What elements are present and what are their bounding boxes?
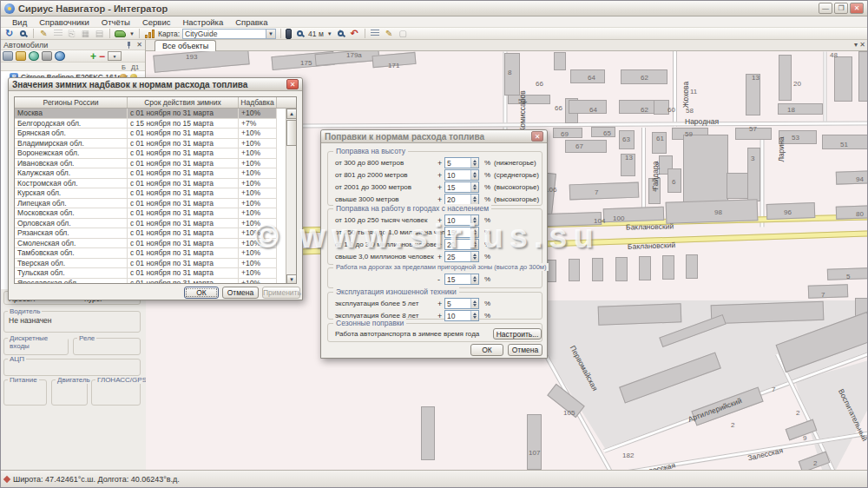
spinner-up-icon[interactable]: [473, 300, 477, 303]
chart-icon[interactable]: [144, 29, 155, 39]
winter-table-scrollbar[interactable]: ▲ ▼: [286, 109, 296, 284]
value-spinner[interactable]: 15: [444, 181, 479, 193]
corrections-ok-button[interactable]: ОК: [470, 344, 503, 356]
spinner-down-icon[interactable]: [473, 188, 477, 190]
spinner-arrows[interactable]: [470, 215, 478, 225]
spinner-value[interactable]: 10: [447, 216, 455, 225]
scroll-down-icon[interactable]: ▼: [286, 274, 297, 284]
spinner-arrows[interactable]: [470, 158, 478, 168]
spinner-arrows[interactable]: [470, 195, 478, 204]
view-dropdown-button[interactable]: ▼: [108, 51, 122, 61]
spinner-arrows[interactable]: [470, 252, 478, 261]
value-spinner[interactable]: 25: [444, 251, 479, 262]
spinner-up-icon[interactable]: [473, 184, 477, 187]
restore-button[interactable]: ❐: [834, 3, 848, 14]
minimize-button[interactable]: —: [819, 3, 832, 14]
device-icon[interactable]: [3, 51, 13, 61]
spinner-value[interactable]: 5: [447, 159, 451, 168]
spinner-up-icon[interactable]: [473, 172, 477, 175]
spinner-up-icon[interactable]: [473, 313, 477, 315]
zoom-scale-dropdown-icon[interactable]: ▼: [327, 31, 332, 36]
menu-item-6[interactable]: Справка: [229, 17, 273, 27]
scroll-up-icon[interactable]: ▲: [286, 109, 297, 119]
value-spinner[interactable]: 15: [444, 274, 479, 285]
spinner-value[interactable]: 20: [447, 195, 455, 204]
spinner-value[interactable]: 15: [447, 228, 455, 237]
spinner-arrows[interactable]: [470, 240, 478, 249]
corrections-cancel-button[interactable]: Отмена: [508, 344, 542, 356]
copy-icon[interactable]: ⎘: [66, 29, 77, 39]
vehicle-icon[interactable]: [115, 29, 126, 39]
menu-item-3[interactable]: Отчёты: [95, 17, 136, 27]
winter-apply-button[interactable]: Применить: [262, 287, 300, 299]
menu-item-2[interactable]: Справочники: [33, 17, 95, 27]
table-row[interactable]: Ярославская обл.с 01 ноября по 31 марта+…: [15, 279, 277, 285]
spinner-up-icon[interactable]: [473, 160, 477, 162]
spinner-down-icon[interactable]: [473, 233, 477, 235]
spinner-arrows[interactable]: [470, 299, 478, 308]
track-toggle-icon[interactable]: [286, 29, 292, 39]
value-spinner[interactable]: 10: [444, 169, 479, 181]
notes-icon[interactable]: ✎: [384, 29, 395, 39]
menu-item-4[interactable]: Сервис: [136, 17, 177, 27]
spinner-value[interactable]: 15: [447, 275, 455, 284]
winter-cancel-button[interactable]: Отмена: [222, 287, 259, 299]
table-row[interactable]: Орловская обл.с 01 ноября по 31 марта+10…: [15, 219, 277, 229]
spinner-down-icon[interactable]: [473, 280, 477, 282]
value-spinner[interactable]: 10: [444, 214, 479, 226]
refresh-icon[interactable]: ↻: [3, 29, 15, 39]
menu-item-5[interactable]: Настройка: [176, 17, 229, 27]
spinner-arrows[interactable]: [470, 182, 478, 192]
col-period[interactable]: Срок действия зимних надбавок: [128, 97, 239, 108]
table-row[interactable]: Белгородская обл.с 15 ноября по 15 марта…: [15, 119, 277, 129]
back-arrow-icon[interactable]: ↶: [349, 29, 360, 39]
table-row[interactable]: Воронежская обл.с 01 ноября по 31 марта+…: [15, 148, 277, 159]
winter-ok-button[interactable]: ОК: [184, 287, 219, 299]
menu-item-1[interactable]: Вид: [6, 17, 33, 27]
table-row[interactable]: Смоленская обл.с 01 ноября по 31 марта+1…: [15, 239, 277, 249]
globe-icon[interactable]: [29, 51, 39, 61]
spinner-value[interactable]: 20: [447, 241, 455, 249]
spinner-value[interactable]: 5: [447, 300, 451, 308]
zoom-tool-icon[interactable]: [294, 29, 306, 39]
table-row[interactable]: Брянская обл.с 01 ноября по 31 марта+10%: [15, 129, 277, 139]
value-spinner[interactable]: 10: [444, 310, 479, 321]
table-row[interactable]: Рязанская обл.с 01 ноября по 31 марта+10…: [15, 228, 277, 239]
vehicle-dropdown-icon[interactable]: ▼: [129, 31, 135, 36]
winter-dialog-close-icon[interactable]: ✕: [286, 79, 299, 89]
report-icon[interactable]: [52, 29, 63, 39]
value-spinner[interactable]: 20: [444, 239, 479, 250]
zoom-in-icon[interactable]: [335, 29, 346, 39]
seasonal-settings-button[interactable]: Настроить...: [493, 328, 542, 340]
van-icon[interactable]: [42, 51, 52, 61]
edit-document-icon[interactable]: ✎: [38, 29, 49, 39]
spinner-value[interactable]: 15: [447, 183, 455, 192]
value-spinner[interactable]: 5: [444, 298, 479, 309]
spinner-down-icon[interactable]: [473, 163, 477, 166]
tab-close-icon[interactable]: ✕: [859, 41, 865, 49]
spinner-down-icon[interactable]: [473, 200, 477, 202]
table-row[interactable]: Тульская обл.с 01 ноября по 31 марта+10%: [15, 268, 277, 279]
table-row[interactable]: Тверская обл.с 01 ноября по 31 марта+10%: [15, 259, 277, 269]
table-row[interactable]: Московская обл.с 01 ноября по 31 марта+1…: [15, 208, 277, 219]
spinner-arrows[interactable]: [470, 274, 478, 284]
pin-icon[interactable]: [125, 42, 132, 49]
spinner-up-icon[interactable]: [473, 241, 477, 244]
table-row[interactable]: Липецкая обл.с 01 ноября по 31 марта+10%: [15, 199, 277, 209]
table-row[interactable]: Калужская обл.с 01 ноября по 31 марта+10…: [15, 168, 277, 179]
table-row[interactable]: Курская обл.с 01 ноября по 31 марта+10%: [15, 188, 277, 199]
web-icon[interactable]: [55, 51, 65, 61]
spinner-up-icon[interactable]: [473, 217, 477, 220]
spinner-value[interactable]: 10: [447, 312, 455, 320]
col-regions[interactable]: Регионы России: [15, 97, 128, 108]
tab-all-objects[interactable]: Все объекты: [155, 40, 216, 51]
edit-icon[interactable]: [16, 51, 26, 61]
spinner-down-icon[interactable]: [473, 221, 477, 223]
winter-dialog-titlebar[interactable]: Значения зимних надбавок к нормам расход…: [9, 78, 302, 91]
spinner-down-icon[interactable]: [473, 316, 477, 319]
table-row[interactable]: Костромская обл.с 01 ноября по 31 марта+…: [15, 179, 277, 189]
select-icon[interactable]: ▢: [398, 29, 409, 39]
add-vehicle-button[interactable]: +: [90, 50, 96, 63]
spinner-down-icon[interactable]: [473, 175, 477, 178]
zoom-scale-value[interactable]: 41 м: [308, 30, 324, 38]
